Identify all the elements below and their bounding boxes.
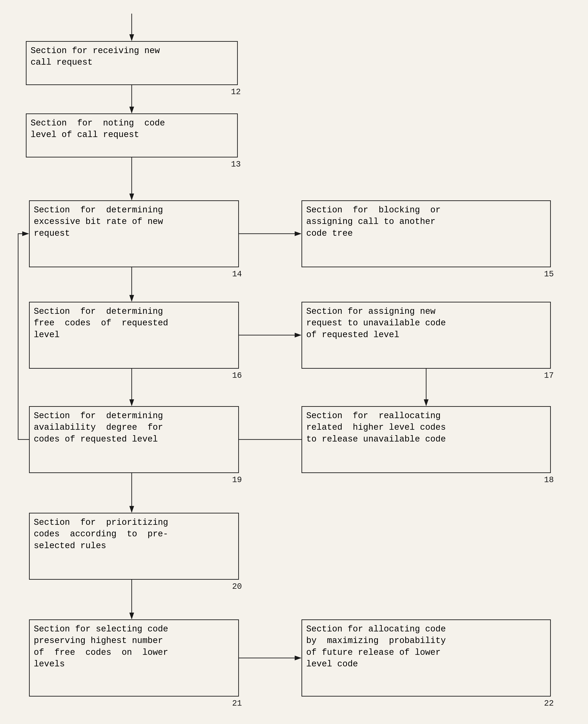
- label-box15: 15: [544, 269, 554, 279]
- label-box20: 20: [232, 582, 242, 591]
- box-box12: Section for receiving new call request: [26, 41, 238, 85]
- label-box22: 22: [544, 699, 554, 708]
- label-box21: 21: [232, 699, 242, 708]
- box-box21: Section for selecting code preserving hi…: [29, 619, 239, 697]
- box-box20: Section for prioritizing codes according…: [29, 513, 239, 580]
- box-box22: Section for allocating code by maximizin…: [301, 619, 551, 697]
- box-box19: Section for determining availability deg…: [29, 406, 239, 473]
- label-box16: 16: [232, 371, 242, 380]
- label-box12: 12: [231, 87, 241, 97]
- label-box13: 13: [231, 160, 241, 169]
- box-box17: Section for assigning new request to una…: [301, 302, 551, 369]
- box-box16: Section for determining free codes of re…: [29, 302, 239, 369]
- label-box17: 17: [544, 371, 554, 380]
- label-box18: 18: [544, 475, 554, 485]
- box-box13: Section for noting code level of call re…: [26, 114, 238, 158]
- box-box15: Section for blocking or assigning call t…: [301, 200, 551, 267]
- label-box19: 19: [232, 475, 242, 485]
- flowchart: Section for receiving new call request12…: [0, 0, 588, 724]
- box-box18: Section for reallocating related higher …: [301, 406, 551, 473]
- box-box14: Section for determining excessive bit ra…: [29, 200, 239, 267]
- label-box14: 14: [232, 269, 242, 279]
